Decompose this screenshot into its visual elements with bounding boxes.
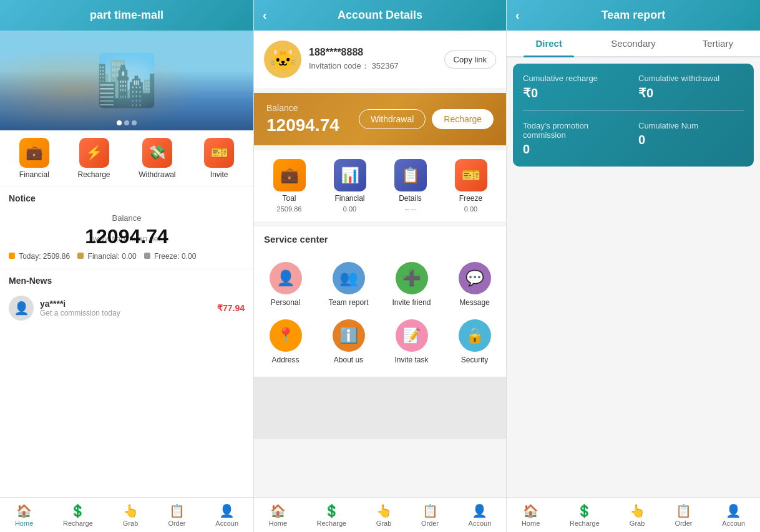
panel1-title: part time-mall <box>0 0 253 31</box>
mini-icons-row: 💼 Toal 2509.86 📊 Financial 0.00 📋 Detail… <box>254 150 506 221</box>
quick-invite[interactable]: 🎫 Invite <box>204 138 234 179</box>
p3-home-icon: 🏠 <box>523 503 538 518</box>
freeze-label: Freeze <box>459 194 482 203</box>
details-label: Details <box>399 194 422 203</box>
grab-nav-label: Grab <box>123 520 138 527</box>
about-label: About us <box>334 355 363 364</box>
invite-code: 352367 <box>371 61 398 70</box>
panel3-back-button[interactable]: ‹ <box>515 8 520 22</box>
panel-account: ‹ Account Details 🐱 188****8888 Invitati… <box>253 0 507 532</box>
details-icon: 📋 <box>394 159 427 191</box>
tab-direct[interactable]: Direct <box>507 31 591 56</box>
nav-grab[interactable]: 👆 Grab <box>123 503 139 527</box>
toal-value: 2509.86 <box>277 205 302 213</box>
mini-toal[interactable]: 💼 Toal 2509.86 <box>273 159 306 213</box>
balance-card-label: Balance <box>266 103 339 113</box>
p3-order-label: Order <box>675 520 692 527</box>
account-nav-icon: 👤 <box>219 503 235 518</box>
task-icon: 📝 <box>396 319 428 352</box>
personal-icon: 👤 <box>270 262 302 294</box>
account-avatar: 🐱 <box>264 41 301 78</box>
quick-financial[interactable]: 💼 Financial <box>19 138 49 179</box>
withdrawal-icon-box: 💸 <box>142 138 172 168</box>
account-nav-label: Accoun <box>215 520 238 527</box>
balance-card-left: Balance 12094.74 <box>266 103 339 135</box>
p2-nav-recharge[interactable]: 💲 Recharge <box>316 503 346 527</box>
service-about[interactable]: ℹ️ About us <box>317 313 380 370</box>
tab-tertiary[interactable]: Tertiary <box>676 31 760 56</box>
p2-nav-account[interactable]: 👤 Accoun <box>469 503 492 527</box>
recharge-icon-box: ⚡ <box>79 138 109 168</box>
service-invite-task[interactable]: 📝 Invite task <box>380 313 443 370</box>
panel2-title: Account Details <box>338 9 422 22</box>
recharge-button[interactable]: Recharge <box>432 109 494 129</box>
security-icon: 🔒 <box>459 319 491 352</box>
nav-home[interactable]: 🏠 Home <box>15 503 33 527</box>
panel3-title: Team report <box>602 9 666 22</box>
toal-icon: 💼 <box>273 159 306 191</box>
panel-home: part time-mall 💼 Financial ⚡ Recharge 💸 … <box>0 0 253 532</box>
notice-label: Notice <box>0 187 253 207</box>
promotion-commission-label: Today's promotion commission <box>523 121 628 140</box>
mini-details[interactable]: 📋 Details -- -- <box>394 159 427 213</box>
address-icon: 📍 <box>270 319 302 352</box>
withdrawal-button[interactable]: Withdrawal <box>359 109 426 129</box>
about-icon: ℹ️ <box>333 319 365 352</box>
team-tabs: Direct Secondary Tertiary <box>507 31 760 57</box>
freeze-icon: 🎫 <box>455 159 487 191</box>
news-content: ya****i Get a commission today <box>40 299 211 317</box>
balance-title: Balance <box>9 213 245 223</box>
nav-account[interactable]: 👤 Accoun <box>215 503 238 527</box>
nav-order[interactable]: 📋 Order <box>168 503 185 527</box>
service-address[interactable]: 📍 Address <box>254 313 317 370</box>
service-security[interactable]: 🔒 Security <box>443 313 506 370</box>
invite-label: Invite <box>210 170 228 179</box>
mini-financial[interactable]: 📊 Financial 0.00 <box>334 159 366 213</box>
news-amount: ₹77.94 <box>217 303 245 313</box>
toal-label: Toal <box>282 194 296 203</box>
p3-nav-account[interactable]: 👤 Accoun <box>722 503 745 527</box>
account-text: 188****8888 Invitation code： 352367 <box>309 47 437 72</box>
service-message[interactable]: 💬 Message <box>443 256 506 313</box>
p3-nav-home[interactable]: 🏠 Home <box>522 503 540 527</box>
recharge-label: Recharge <box>77 170 110 179</box>
freeze-dot <box>144 253 150 259</box>
p2-nav-order[interactable]: 📋 Order <box>421 503 439 527</box>
p3-nav-order[interactable]: 📋 Order <box>675 503 692 527</box>
promotion-commission-value: 0 <box>523 142 628 157</box>
team-report-label: Team report <box>328 298 368 307</box>
quick-recharge[interactable]: ⚡ Recharge <box>77 138 110 179</box>
account-info-row: 🐱 188****8888 Invitation code： 352367 Co… <box>254 31 506 88</box>
message-icon: 💬 <box>459 262 491 294</box>
p3-nav-grab[interactable]: 👆 Grab <box>630 503 645 527</box>
team-content-area <box>507 173 760 497</box>
security-label: Security <box>461 355 488 364</box>
p2-nav-home[interactable]: 🏠 Home <box>269 503 287 527</box>
quick-withdrawal[interactable]: 💸 Withdrawal <box>139 138 175 179</box>
p3-nav-recharge[interactable]: 💲 Recharge <box>570 503 600 527</box>
mini-freeze[interactable]: 🎫 Freeze 0.00 <box>455 159 487 213</box>
cumulative-recharge-value: ₹0 <box>523 85 628 100</box>
panel3-title-bar: ‹ Team report <box>507 0 760 31</box>
copy-link-button[interactable]: Copy link <box>444 51 496 69</box>
service-team-report[interactable]: 👥 Team report <box>317 256 380 313</box>
p2-nav-grab[interactable]: 👆 Grab <box>376 503 392 527</box>
service-personal[interactable]: 👤 Personal <box>254 256 317 313</box>
panel1-bottom-nav: 🏠 Home 💲 Recharge 👆 Grab 📋 Order 👤 Accou… <box>0 497 253 532</box>
stat-promotion-commission: Today's promotion commission 0 <box>523 121 628 157</box>
nav-recharge[interactable]: 💲 Recharge <box>63 503 93 527</box>
p2-home-label: Home <box>269 520 287 527</box>
panel2-back-button[interactable]: ‹ <box>263 8 267 22</box>
panel2-bottom-nav: 🏠 Home 💲 Recharge 👆 Grab 📋 Order 👤 Accou… <box>254 497 506 532</box>
men-news-label: Men-News <box>0 269 253 289</box>
today-stat: Today: 2509.86 <box>9 252 70 261</box>
team-report-icon: 👥 <box>333 262 365 294</box>
p3-grab-icon: 👆 <box>630 503 645 518</box>
service-center-label: Service center <box>254 226 506 249</box>
tab-secondary[interactable]: Secondary <box>591 31 675 56</box>
direct-tab-label: Direct <box>535 38 562 49</box>
service-invite-friend[interactable]: ➕ Invite friend <box>380 256 443 313</box>
p2-home-icon: 🏠 <box>270 503 286 518</box>
invite-friend-label: Invite friend <box>392 298 431 307</box>
financial-mini-value: 0.00 <box>343 205 356 213</box>
